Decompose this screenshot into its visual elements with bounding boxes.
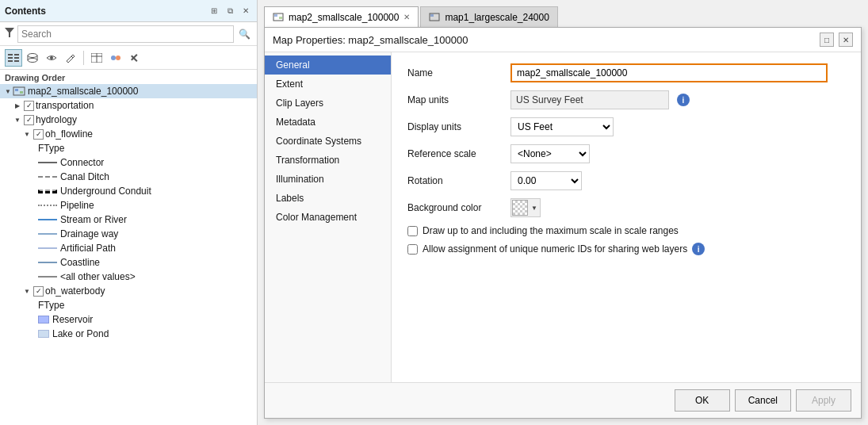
map-properties-dialog: Map Properties: map2_smallscale_100000 □… bbox=[264, 27, 862, 419]
svg-point-10 bbox=[28, 58, 37, 62]
visibility-icon[interactable] bbox=[43, 49, 60, 67]
tree-item-canal-ditch[interactable]: Canal Ditch bbox=[0, 170, 257, 184]
tab-map2-smallscale[interactable]: map2_smallscale_100000 ✕ bbox=[264, 6, 419, 27]
tools-icon[interactable] bbox=[126, 49, 143, 67]
nav-item-illumination[interactable]: Illumination bbox=[265, 170, 391, 189]
nav-item-extent[interactable]: Extent bbox=[265, 75, 391, 94]
tree-item-all-other[interactable]: <all other values> bbox=[0, 270, 257, 284]
nav-item-coordinate-systems[interactable]: Coordinate Systems bbox=[265, 132, 391, 151]
dialog-close-button[interactable]: ✕ bbox=[839, 33, 853, 47]
tab-bar: map2_smallscale_100000 ✕ map1_largescale… bbox=[264, 6, 862, 27]
tree-item-map2[interactable]: ▼ map2_smallscale_100000 bbox=[0, 84, 257, 98]
background-color-row: Background color ▼ bbox=[407, 198, 845, 217]
table-icon[interactable] bbox=[88, 49, 105, 67]
tree-area[interactable]: ▼ map2_smallscale_100000 ▶ transportatio… bbox=[0, 84, 257, 425]
name-label: Name bbox=[407, 67, 503, 78]
stream-legend bbox=[38, 219, 57, 220]
map-tab2-icon bbox=[429, 13, 440, 22]
tree-item-stream-or-river[interactable]: Stream or River bbox=[0, 212, 257, 227]
undock-icon[interactable]: ⧉ bbox=[224, 5, 236, 17]
list-view-icon[interactable] bbox=[5, 49, 22, 67]
checkbox-transportation[interactable] bbox=[24, 101, 34, 111]
tab-map1-label: map1_largescale_24000 bbox=[445, 12, 549, 23]
checkbox-unique-ids-row: Allow assignment of unique numeric IDs f… bbox=[407, 243, 845, 255]
expand-arrow-oh-flowline[interactable]: ▼ bbox=[22, 129, 32, 139]
search-input[interactable] bbox=[17, 25, 234, 43]
checkbox-hydrology[interactable] bbox=[24, 115, 34, 125]
tree-item-pipeline[interactable]: Pipeline bbox=[0, 198, 257, 212]
tree-label-map2: map2_smallscale_100000 bbox=[28, 86, 138, 97]
tree-item-ftype2: FType bbox=[0, 298, 257, 312]
color-swatch bbox=[512, 200, 528, 216]
nav-item-color-management[interactable]: Color Management bbox=[265, 208, 391, 227]
checkbox-max-scale[interactable] bbox=[407, 226, 418, 236]
symbology-icon[interactable] bbox=[107, 49, 124, 67]
svg-rect-24 bbox=[274, 14, 277, 17]
tab-map2-close[interactable]: ✕ bbox=[403, 13, 410, 21]
contents-title: Contents bbox=[5, 6, 46, 17]
tree-label-stream-or-river: Stream or River bbox=[60, 214, 127, 225]
tree-item-transportation[interactable]: ▶ transportation bbox=[0, 98, 257, 113]
expand-arrow-map2[interactable]: ▼ bbox=[3, 86, 13, 96]
svg-rect-27 bbox=[430, 14, 434, 17]
svg-line-12 bbox=[71, 56, 73, 58]
tree-item-connector[interactable]: Connector bbox=[0, 155, 257, 170]
tree-item-lake-or-pond[interactable]: Lake or Pond bbox=[0, 327, 257, 341]
tree-item-oh-flowline[interactable]: ▼ oh_flowline bbox=[0, 127, 257, 141]
ok-button[interactable]: OK bbox=[675, 389, 730, 412]
tree-label-lake-or-pond: Lake or Pond bbox=[52, 328, 109, 339]
coastline-legend bbox=[38, 262, 57, 263]
search-button[interactable]: 🔍 bbox=[237, 27, 252, 41]
name-input[interactable] bbox=[510, 63, 828, 82]
edit-icon[interactable] bbox=[62, 49, 79, 67]
tab-map2-label: map2_smallscale_100000 bbox=[289, 12, 399, 23]
reference-scale-row: Reference scale <None> bbox=[407, 144, 845, 163]
tree-label-reservoir: Reservoir bbox=[52, 314, 93, 325]
expand-arrow-transportation[interactable]: ▶ bbox=[13, 101, 22, 110]
tree-item-hydrology[interactable]: ▼ hydrology bbox=[0, 113, 257, 127]
svg-rect-3 bbox=[8, 57, 13, 59]
dialog-controls: □ ✕ bbox=[820, 33, 853, 47]
tree-item-coastline[interactable]: Coastline bbox=[0, 255, 257, 270]
dialog-minimize-button[interactable]: □ bbox=[820, 33, 834, 47]
datasource-icon[interactable] bbox=[24, 49, 41, 67]
artificial-path-legend bbox=[38, 247, 57, 249]
tree-label-pipeline: Pipeline bbox=[60, 200, 94, 211]
nav-item-transformation[interactable]: Transformation bbox=[265, 151, 391, 170]
tab-map1-largescale[interactable]: map1_largescale_24000 bbox=[420, 6, 557, 27]
cancel-button[interactable]: Cancel bbox=[735, 389, 791, 412]
name-row: Name bbox=[407, 63, 845, 82]
tree-item-drainage-way[interactable]: Drainage way bbox=[0, 227, 257, 241]
unique-ids-info-icon[interactable]: i bbox=[692, 243, 705, 255]
tree-item-artificial-path[interactable]: Artificial Path bbox=[0, 241, 257, 255]
tree-label-oh-waterbody: oh_waterbody bbox=[45, 285, 105, 297]
close-icon[interactable]: ✕ bbox=[239, 5, 252, 17]
checkbox-oh-waterbody[interactable] bbox=[33, 286, 44, 297]
display-units-select[interactable]: US Feet US Survey Feet Meters Kilometers… bbox=[510, 117, 614, 136]
nav-item-labels[interactable]: Labels bbox=[265, 189, 391, 208]
map-units-info-icon[interactable]: i bbox=[677, 94, 690, 106]
tree-label-coastline: Coastline bbox=[60, 257, 100, 268]
tree-item-oh-waterbody[interactable]: ▼ oh_waterbody bbox=[0, 284, 257, 298]
checkbox-oh-flowline[interactable] bbox=[33, 129, 44, 140]
contents-header: Contents ⊞ ⧉ ✕ bbox=[0, 0, 257, 22]
map-units-row: Map units US Survey Feet i bbox=[407, 90, 845, 109]
svg-point-11 bbox=[50, 56, 53, 59]
nav-item-general[interactable]: General bbox=[265, 56, 391, 75]
nav-item-clip-layers[interactable]: Clip Layers bbox=[265, 94, 391, 113]
toolbar-separator bbox=[83, 51, 84, 65]
tree-label-ftype: FType bbox=[38, 143, 64, 154]
expand-arrow-hydrology[interactable]: ▼ bbox=[13, 115, 22, 124]
tree-item-underground-conduit[interactable]: Underground Conduit bbox=[0, 184, 257, 198]
pin-icon[interactable]: ⊞ bbox=[208, 5, 220, 17]
tree-item-reservoir[interactable]: Reservoir bbox=[0, 312, 257, 327]
rotation-select[interactable]: 0.00 bbox=[510, 171, 582, 190]
apply-button[interactable]: Apply bbox=[796, 389, 851, 412]
reference-scale-select[interactable]: <None> bbox=[510, 144, 590, 163]
expand-arrow-oh-waterbody[interactable]: ▼ bbox=[22, 286, 32, 296]
checkbox-unique-ids[interactable] bbox=[407, 244, 418, 255]
svg-rect-25 bbox=[279, 17, 282, 19]
map-units-value: US Survey Feet bbox=[510, 90, 669, 109]
nav-item-metadata[interactable]: Metadata bbox=[265, 113, 391, 132]
background-color-picker[interactable]: ▼ bbox=[510, 198, 541, 217]
